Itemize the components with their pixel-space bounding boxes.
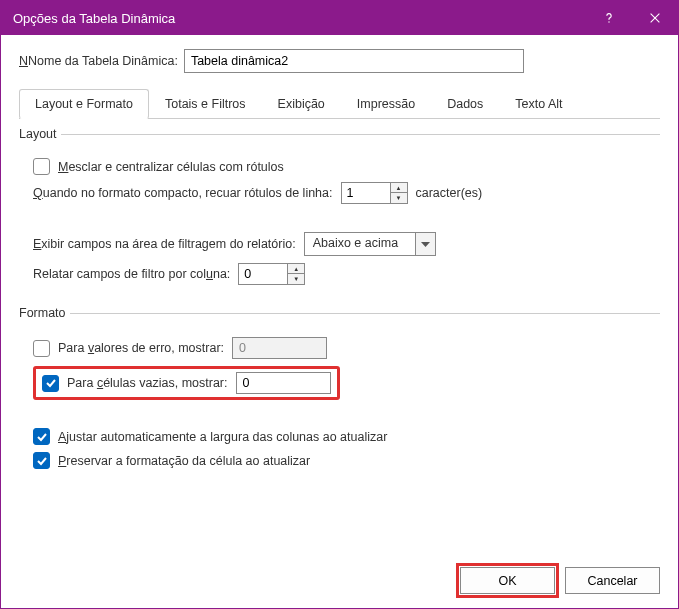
layout-group: Layout Mesclar e centralizar células com…	[19, 127, 660, 296]
tab-totals-filters[interactable]: Totais e Filtros	[149, 89, 262, 118]
empty-input[interactable]	[236, 372, 331, 394]
error-input	[232, 337, 327, 359]
empty-checkbox[interactable]	[42, 375, 59, 392]
error-checkbox[interactable]	[33, 340, 50, 357]
dialog-footer: OK Cancelar	[460, 567, 660, 594]
filter-per-col-input[interactable]	[239, 264, 287, 284]
indent-input[interactable]	[342, 183, 390, 203]
indent-row: Quando no formato compacto, recuar rótul…	[33, 182, 660, 204]
autofit-checkbox[interactable]	[33, 428, 50, 445]
table-name-label: NNome da Tabela Dinâmica:	[19, 54, 178, 68]
cancel-button[interactable]: Cancelar	[565, 567, 660, 594]
format-group: Formato Para valores de erro, mostrar: P…	[19, 306, 660, 480]
ok-button[interactable]: OK	[460, 567, 555, 594]
tab-display[interactable]: Exibição	[262, 89, 341, 118]
filter-per-col-label: Relatar campos de filtro por coluna:	[33, 267, 230, 281]
indent-spin-down[interactable]: ▼	[391, 193, 407, 203]
filter-per-col-spin-down[interactable]: ▼	[288, 274, 304, 284]
tab-data[interactable]: Dados	[431, 89, 499, 118]
titlebar: Opções da Tabela Dinâmica	[1, 1, 678, 35]
help-button[interactable]	[586, 1, 632, 35]
dialog-window: Opções da Tabela Dinâmica NNome da Tabel…	[0, 0, 679, 609]
table-name-input[interactable]	[184, 49, 524, 73]
tab-print[interactable]: Impressão	[341, 89, 431, 118]
tab-alt-text[interactable]: Texto Alt	[499, 89, 578, 118]
filter-pos-select[interactable]: Abaixo e acima	[304, 232, 436, 256]
tab-bar: Layout e Formato Totais e Filtros Exibiç…	[19, 89, 660, 119]
autofit-label: Ajustar automaticamente a largura das co…	[58, 430, 387, 444]
merge-row: Mesclar e centralizar células com rótulo…	[33, 158, 660, 175]
preserve-row: Preservar a formatação da célula ao atua…	[33, 452, 660, 469]
svg-point-0	[608, 21, 609, 22]
filter-pos-value: Abaixo e acima	[305, 233, 415, 255]
filter-pos-row: Exibir campos na área de filtragem do re…	[33, 232, 660, 256]
chevron-down-icon[interactable]	[415, 233, 435, 255]
empty-label: Para células vazias, mostrar:	[67, 376, 228, 390]
format-legend: Formato	[19, 306, 70, 320]
tab-layout-format[interactable]: Layout e Formato	[19, 89, 149, 119]
table-name-row: NNome da Tabela Dinâmica:	[19, 49, 660, 73]
merge-label: Mesclar e centralizar células com rótulo…	[58, 160, 284, 174]
merge-checkbox[interactable]	[33, 158, 50, 175]
dialog-content: NNome da Tabela Dinâmica: Layout e Forma…	[1, 35, 678, 608]
preserve-label: Preservar a formatação da célula ao atua…	[58, 454, 310, 468]
error-label: Para valores de erro, mostrar:	[58, 341, 224, 355]
indent-spinner[interactable]: ▲ ▼	[341, 182, 408, 204]
indent-spin-buttons: ▲ ▼	[390, 183, 407, 203]
filter-pos-label: Exibir campos na área de filtragem do re…	[33, 237, 296, 251]
indent-label: Quando no formato compacto, recuar rótul…	[33, 186, 333, 200]
empty-row: Para células vazias, mostrar:	[33, 366, 660, 400]
indent-suffix: caracter(es)	[416, 186, 483, 200]
layout-legend: Layout	[19, 127, 61, 141]
filter-per-col-spin-buttons: ▲ ▼	[287, 264, 304, 284]
error-row: Para valores de erro, mostrar:	[33, 337, 660, 359]
filter-per-col-row: Relatar campos de filtro por coluna: ▲ ▼	[33, 263, 660, 285]
filter-per-col-spin-up[interactable]: ▲	[288, 264, 304, 274]
autofit-row: Ajustar automaticamente a largura das co…	[33, 428, 660, 445]
indent-spin-up[interactable]: ▲	[391, 183, 407, 193]
filter-per-col-spinner[interactable]: ▲ ▼	[238, 263, 305, 285]
dialog-title: Opções da Tabela Dinâmica	[13, 11, 586, 26]
close-button[interactable]	[632, 1, 678, 35]
preserve-checkbox[interactable]	[33, 452, 50, 469]
